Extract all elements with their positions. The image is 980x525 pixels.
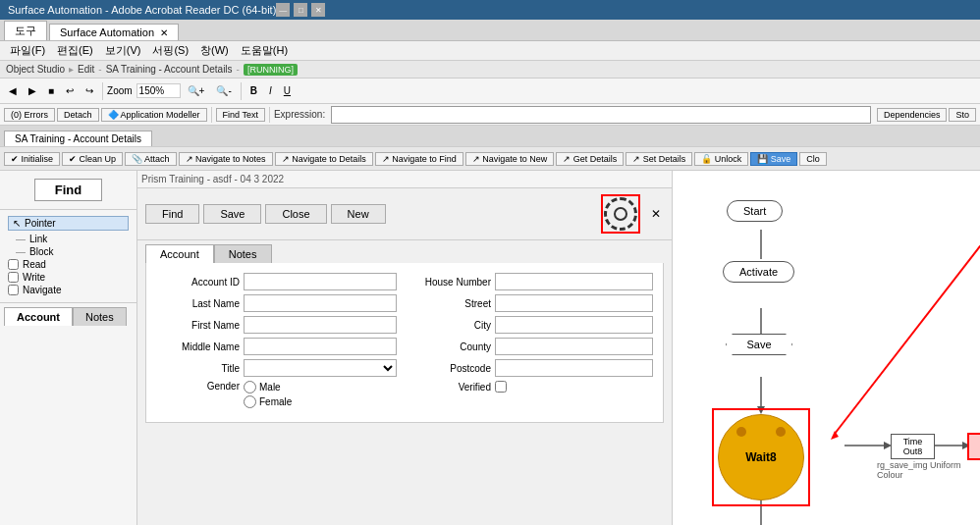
maximize-button[interactable]: □	[294, 3, 307, 17]
street-input[interactable]	[495, 294, 653, 312]
notes-tab[interactable]: Notes	[73, 307, 127, 326]
account-id-input[interactable]	[244, 273, 397, 290]
menu-item-view[interactable]: 보기(V)	[99, 41, 147, 60]
male-radio[interactable]	[244, 381, 256, 394]
window-frame: Surface Automation - Adobe Acrobat Reade…	[0, 0, 980, 525]
read-checkbox[interactable]	[8, 259, 19, 270]
set-details-btn[interactable]: ↗ Set Details	[626, 152, 692, 166]
county-input[interactable]	[495, 338, 653, 355]
toolbar-btn-2[interactable]: ▶	[24, 82, 41, 99]
target-icon[interactable]	[604, 197, 637, 231]
nav-block[interactable]: — Block	[8, 245, 129, 258]
expression-label: Expression:	[274, 109, 325, 120]
account-tab[interactable]: Account	[4, 307, 73, 326]
save-action-btn[interactable]: 💾 Save	[750, 152, 797, 166]
header-sep2: -	[98, 64, 101, 75]
house-number-input[interactable]	[495, 273, 653, 290]
object-studio-header: Object Studio ▸ Edit - SA Training - Acc…	[0, 61, 980, 79]
toolbar-btn-5[interactable]: ↪	[81, 82, 98, 99]
female-radio[interactable]	[244, 395, 256, 408]
find-text-btn[interactable]: Find Text	[216, 108, 265, 122]
toolbar-btn-4[interactable]: ↩	[61, 82, 79, 99]
zoom-out-btn[interactable]: 🔍-	[211, 82, 236, 99]
form-row-account-id: Account ID	[156, 273, 397, 290]
timeout-out8-node[interactable]: TimeOut8	[891, 434, 935, 459]
get-details-btn[interactable]: ↗ Get Details	[556, 152, 624, 166]
tab-surface-automation-main[interactable]: Surface Automation ✕	[49, 24, 179, 40]
attach-btn[interactable]: 📎 Attach	[125, 152, 177, 166]
link-label: Link	[29, 234, 47, 244]
close-window-button[interactable]: ✕	[311, 3, 325, 17]
navigate-notes-btn[interactable]: ↗ Navigate to Notes	[179, 152, 273, 166]
navigate-find-btn[interactable]: ↗ Navigate to Find	[375, 152, 463, 166]
save-btn[interactable]: Save	[203, 204, 261, 224]
activate-node[interactable]: Activate	[723, 261, 794, 283]
nav-pointer[interactable]: ↖ Pointer	[8, 216, 129, 231]
menu-bar: 파일(F) 편집(E) 보기(V) 서핑(S) 창(W) 도움말(H)	[0, 41, 980, 61]
city-input[interactable]	[495, 316, 653, 334]
toolbar-btn-1[interactable]: ◀	[4, 82, 22, 99]
stop-btn[interactable]: Sto	[949, 108, 976, 122]
nav-write[interactable]: Write	[8, 271, 129, 284]
toolbar2-sep	[211, 107, 212, 123]
navigate-details-btn[interactable]: ↗ Navigate to Details	[275, 152, 373, 166]
se-save1-node[interactable]: SE-Save Image	[967, 433, 980, 460]
first-name-input[interactable]	[244, 316, 397, 334]
nav-panel: ↖ Pointer — Link — Block Read Write	[0, 210, 136, 303]
last-name-input[interactable]	[244, 294, 397, 312]
new-btn[interactable]: New	[331, 204, 386, 224]
underline-btn[interactable]: U	[279, 82, 296, 99]
italic-btn[interactable]: I	[264, 82, 277, 99]
postcode-input[interactable]	[495, 359, 653, 377]
expression-input[interactable]	[331, 106, 871, 124]
initialise-btn[interactable]: ✔ Initialise	[4, 152, 60, 166]
bold-btn[interactable]: B	[245, 82, 262, 99]
app-modeller-btn[interactable]: 🔷 Application Modeller	[101, 108, 207, 122]
form-row-postcode: Postcode	[412, 359, 653, 377]
form-row-last-name: Last Name	[156, 294, 397, 312]
dependencies-btn[interactable]: Dependencies	[877, 108, 948, 122]
menu-item-file[interactable]: 파일(F)	[4, 41, 51, 60]
zoom-in-btn[interactable]: 🔍+	[183, 82, 210, 99]
detach-btn[interactable]: Detach	[57, 108, 99, 122]
toolbar-btn-3[interactable]: ■	[43, 82, 59, 99]
nav-read[interactable]: Read	[8, 258, 129, 271]
find-btn[interactable]: Find	[145, 204, 199, 224]
menu-item-window[interactable]: 창(W)	[194, 41, 235, 60]
wait8-node[interactable]: Wait8	[718, 414, 804, 500]
navigate-new-btn[interactable]: ↗ Navigate to New	[465, 152, 555, 166]
navigate-checkbox[interactable]	[8, 285, 19, 295]
menu-item-surf[interactable]: 서핑(S)	[146, 41, 194, 60]
gender-options: Male Female	[244, 381, 292, 408]
dialog-notes-tab[interactable]: Notes	[214, 244, 272, 263]
minimize-button[interactable]: —	[276, 3, 290, 17]
female-radio-label[interactable]: Female	[244, 395, 292, 408]
verified-checkbox[interactable]	[495, 381, 507, 393]
male-radio-label[interactable]: Male	[244, 381, 292, 394]
tab-close-icon[interactable]: ✕	[160, 27, 168, 38]
close-btn[interactable]: Close	[265, 204, 326, 224]
dialog-close-btn[interactable]: ✕	[648, 206, 664, 222]
title-select[interactable]	[244, 359, 397, 377]
navigate-label: Navigate	[23, 285, 61, 295]
write-checkbox[interactable]	[8, 272, 19, 283]
save-node[interactable]: Save	[726, 334, 792, 355]
errors-btn[interactable]: (0) Errors	[4, 108, 55, 122]
menu-item-help[interactable]: 도움말(H)	[235, 41, 294, 60]
header-sep: ▸	[69, 64, 74, 75]
unlock-btn[interactable]: 🔓 Unlock	[694, 152, 748, 166]
dialog-account-tab[interactable]: Account	[145, 244, 214, 263]
workflow-tab-main[interactable]: SA Training - Account Details	[4, 131, 152, 146]
nav-link[interactable]: — Link	[8, 233, 129, 245]
start-node[interactable]: Start	[727, 200, 783, 222]
zoom-input[interactable]	[136, 83, 181, 98]
svg-line-17	[835, 225, 980, 434]
nav-navigate[interactable]: Navigate	[8, 284, 129, 296]
street-label: Street	[412, 298, 491, 309]
menu-item-edit[interactable]: 편집(E)	[51, 41, 99, 60]
clo-btn[interactable]: Clo	[799, 152, 827, 166]
cleanup-btn[interactable]: ✔ Clean Up	[62, 152, 123, 166]
write-label: Write	[23, 272, 45, 283]
middle-name-input[interactable]	[244, 338, 397, 355]
tab-surface-automation[interactable]: 도구	[4, 21, 47, 40]
